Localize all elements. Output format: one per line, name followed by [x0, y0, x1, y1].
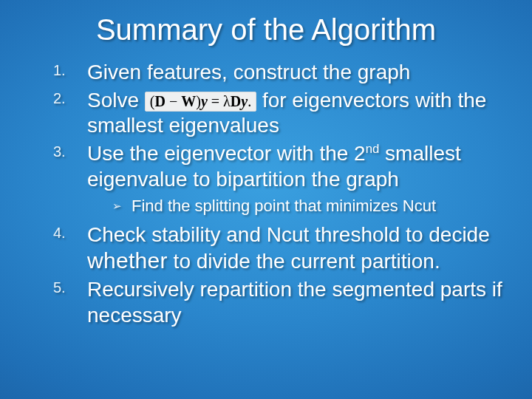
- eqn-eq: =: [208, 93, 223, 109]
- slide-title: Summary of the Algorithm: [0, 0, 532, 52]
- eqn-D2: D: [231, 93, 241, 109]
- whether-word: whether: [87, 248, 168, 273]
- sub-item-text: Find the splitting point that minimizes …: [132, 197, 436, 215]
- item-text-a: Check stability and Ncut threshold to de…: [87, 223, 490, 246]
- eqn-y: y: [201, 93, 208, 109]
- sub-list: ➢ Find the splitting point that minimize…: [87, 197, 502, 216]
- list-item: 2. Solve (D − W)y = λDy. for eigenvector…: [53, 88, 502, 138]
- list-item: 1. Given features, construct the graph: [53, 60, 502, 85]
- item-text-b: to divide the current partition.: [168, 250, 440, 273]
- item-number: 4.: [53, 224, 66, 242]
- item-text-pre: Solve: [87, 89, 145, 112]
- eqn-D: D: [155, 93, 166, 109]
- equation-box: (D − W)y = λDy.: [145, 92, 256, 112]
- item-number: 2.: [53, 89, 66, 107]
- algorithm-list: 1. Given features, construct the graph 2…: [53, 60, 502, 328]
- arrow-icon: ➢: [112, 200, 122, 213]
- eqn-y2: y: [241, 93, 248, 109]
- sub-list-item: ➢ Find the splitting point that minimize…: [112, 197, 502, 216]
- item-text: Given features, construct the graph: [87, 61, 410, 83]
- slide-body: 1. Given features, construct the graph 2…: [0, 52, 532, 328]
- eqn-W: W: [181, 93, 196, 109]
- superscript-nd: nd: [366, 142, 380, 156]
- eqn-lambda: λ: [223, 93, 231, 109]
- list-item: 4. Check stability and Ncut threshold to…: [53, 222, 502, 275]
- list-item: 3. Use the eigenvector with the 2nd smal…: [53, 141, 502, 216]
- list-item: 5. Recursively repartition the segmented…: [53, 277, 502, 327]
- item-text-a: Use the eigenvector with the 2: [87, 142, 366, 165]
- item-number: 3.: [53, 143, 66, 160]
- slide: Summary of the Algorithm 1. Given featur…: [0, 0, 532, 399]
- item-number: 5.: [53, 279, 66, 296]
- item-text: Recursively repartition the segmented pa…: [87, 278, 502, 326]
- item-number: 1.: [53, 61, 66, 79]
